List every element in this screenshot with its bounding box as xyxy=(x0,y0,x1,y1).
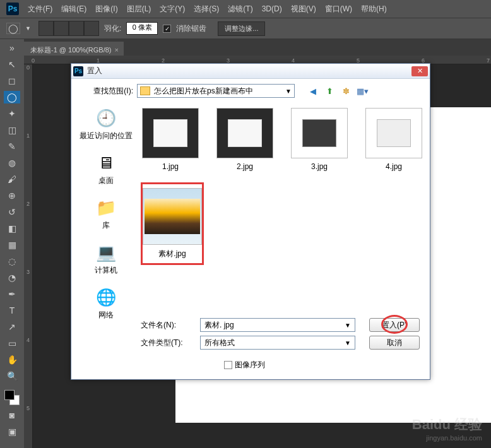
dialog-title: 置入 xyxy=(87,66,411,76)
lasso-tool-icon[interactable]: ◯ xyxy=(6,23,20,34)
mode-new[interactable] xyxy=(38,21,54,36)
marquee-tool[interactable]: ◻ xyxy=(4,74,20,87)
sidebar-item-network[interactable]: 🌐 网络 xyxy=(95,287,117,321)
thumb-image xyxy=(142,108,199,158)
newfolder-button[interactable]: ✽ xyxy=(340,85,352,97)
fg-color[interactable] xyxy=(4,390,15,400)
tab-title: 未标题-1 @ 100%(RGB/8) xyxy=(30,45,112,55)
lookin-value: 怎么把图片放在ps新建画布中 xyxy=(154,86,253,97)
sidebar-item-label: 计算机 xyxy=(95,265,117,276)
color-swatches[interactable] xyxy=(4,390,20,405)
zoom-tool[interactable]: 🔍 xyxy=(4,370,20,382)
chevron-down-icon[interactable]: ▼ xyxy=(345,322,351,329)
cancel-button[interactable]: 取消 xyxy=(369,336,420,350)
file-thumb[interactable]: 1.jpg xyxy=(141,108,200,171)
file-name: 4.jpg xyxy=(386,162,402,171)
hand-tool[interactable]: ✋ xyxy=(4,353,20,366)
brush-tool[interactable]: 🖌 xyxy=(4,173,20,186)
mode-intersect[interactable] xyxy=(84,21,99,36)
mode-subtract[interactable] xyxy=(69,21,84,36)
blur-tool[interactable]: ◌ xyxy=(4,255,20,268)
computer-icon: 💻 xyxy=(95,242,117,262)
menu-layer[interactable]: 图层(L) xyxy=(127,4,151,15)
file-name: 2.jpg xyxy=(237,162,253,171)
ruler-tick: 3 xyxy=(27,269,30,275)
file-thumb[interactable]: 4.jpg xyxy=(364,108,423,171)
watermark: Baidu 经验 jingyan.baidu.com xyxy=(412,415,482,442)
gradient-tool[interactable]: ▦ xyxy=(4,239,20,251)
tool-preset-dropdown[interactable]: ▼ xyxy=(25,25,31,32)
antialias-checkbox[interactable]: ✓ xyxy=(163,25,171,33)
feather-input[interactable]: 0 像素 xyxy=(126,22,158,35)
move-tool[interactable]: ↖ xyxy=(4,58,20,71)
tabs-icon[interactable]: » xyxy=(4,42,20,54)
app-logo: Ps xyxy=(6,3,19,15)
crop-tool[interactable]: ◫ xyxy=(4,124,20,136)
file-thumb-selected[interactable]: 素材.jpg xyxy=(141,182,204,265)
file-thumb[interactable]: 2.jpg xyxy=(215,108,275,171)
ruler-tick: 4 xyxy=(27,337,30,343)
lookin-label: 查找范围(I): xyxy=(79,86,133,97)
menu-view[interactable]: 视图(V) xyxy=(291,4,316,15)
shape-tool[interactable]: ▭ xyxy=(4,337,20,350)
sidebar-item-computer[interactable]: 💻 计算机 xyxy=(95,242,117,276)
history-brush-tool[interactable]: ↺ xyxy=(4,206,20,218)
type-tool[interactable]: T xyxy=(4,304,20,317)
thumb-image xyxy=(365,108,422,158)
network-icon: 🌐 xyxy=(95,287,117,307)
filename-label: 文件名(N): xyxy=(141,320,195,331)
menu-type[interactable]: 文字(Y) xyxy=(160,4,185,15)
up-button[interactable]: ⬆ xyxy=(324,85,335,97)
eraser-tool[interactable]: ◧ xyxy=(4,222,20,235)
lasso-tool[interactable]: ◯ xyxy=(4,91,20,103)
lookin-combo[interactable]: 怎么把图片放在ps新建画布中 ▼ xyxy=(137,84,295,98)
menu-image[interactable]: 图像(I) xyxy=(95,4,117,15)
menu-help[interactable]: 帮助(H) xyxy=(361,4,387,15)
sidebar-item-recent[interactable]: 🕘 最近访问的位置 xyxy=(80,108,133,141)
pen-tool[interactable]: ✒ xyxy=(4,288,20,300)
tab-close-icon[interactable]: × xyxy=(115,46,119,54)
path-tool[interactable]: ↗ xyxy=(4,321,20,333)
sidebar-item-libraries[interactable]: 📁 库 xyxy=(95,197,117,231)
view-button[interactable]: ▦▾ xyxy=(357,85,368,97)
ruler-tick: 0 xyxy=(32,57,35,64)
dialog-close-button[interactable]: ✕ xyxy=(411,66,428,76)
sidebar-item-label: 网络 xyxy=(98,310,114,321)
back-button[interactable]: ◀ xyxy=(307,85,319,97)
stamp-tool[interactable]: ⊕ xyxy=(4,189,20,202)
menu-file[interactable]: 文件(F) xyxy=(28,4,52,15)
filename-value: 素材. jpg xyxy=(204,320,234,331)
recent-icon: 🕘 xyxy=(95,108,117,128)
ruler-tick: 7 xyxy=(487,57,490,64)
menu-filter[interactable]: 滤镜(T) xyxy=(228,4,252,15)
mode-add[interactable] xyxy=(54,21,69,36)
wand-tool[interactable]: ✦ xyxy=(4,107,20,120)
menu-select[interactable]: 选择(S) xyxy=(194,4,219,15)
libraries-icon: 📁 xyxy=(95,197,117,218)
document-tab[interactable]: 未标题-1 @ 100%(RGB/8) × xyxy=(24,42,124,56)
screenmode-tool[interactable]: ▣ xyxy=(4,425,20,438)
place-button[interactable]: 置入(P) xyxy=(369,318,420,332)
image-sequence-checkbox[interactable] xyxy=(224,361,232,369)
sidebar-item-desktop[interactable]: 🖥 桌面 xyxy=(95,153,117,186)
dodge-tool[interactable]: ◔ xyxy=(4,271,20,284)
chevron-down-icon[interactable]: ▼ xyxy=(285,88,292,95)
filename-combo[interactable]: 素材. jpg ▼ xyxy=(200,318,355,332)
desktop-icon: 🖥 xyxy=(95,153,117,173)
ruler-tick: 0 xyxy=(27,64,30,71)
refine-edge-button[interactable]: 调整边缘... xyxy=(218,21,265,36)
menu-3d[interactable]: 3D(D) xyxy=(262,4,282,13)
menu-edit[interactable]: 编辑(E) xyxy=(61,4,86,15)
sidebar-item-label: 最近访问的位置 xyxy=(80,131,133,141)
chevron-down-icon[interactable]: ▼ xyxy=(345,339,351,346)
eyedropper-tool[interactable]: ✎ xyxy=(4,140,20,153)
file-thumb[interactable]: 3.jpg xyxy=(290,108,349,171)
document-tabbar: 未标题-1 @ 100%(RGB/8) × xyxy=(0,39,491,56)
quickmask-tool[interactable]: ◙ xyxy=(4,409,20,421)
filetype-combo[interactable]: 所有格式 ▼ xyxy=(200,336,355,350)
antialias-label: 消除锯齿 xyxy=(176,23,206,34)
heal-tool[interactable]: ◍ xyxy=(4,156,20,169)
selection-mode-buttons[interactable] xyxy=(38,21,99,36)
dialog-titlebar[interactable]: Ps 置入 ✕ xyxy=(71,64,430,79)
menu-window[interactable]: 窗口(W) xyxy=(325,4,352,15)
